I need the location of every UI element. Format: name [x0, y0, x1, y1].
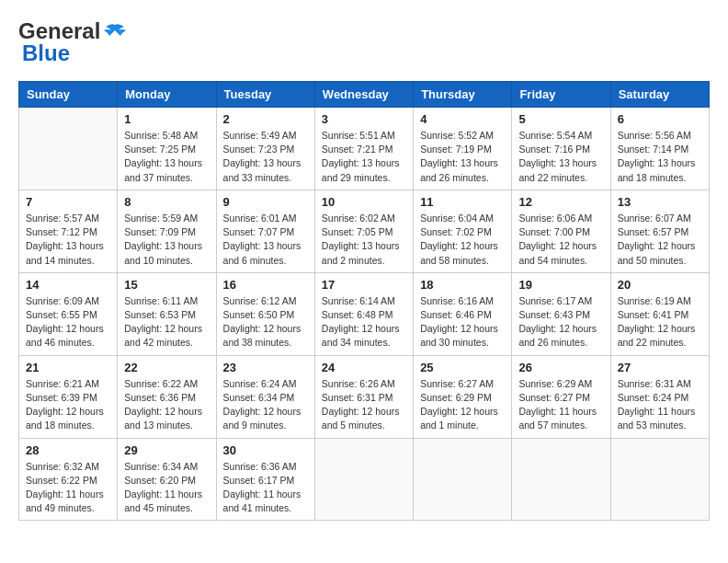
- calendar-day-cell: 17Sunrise: 6:14 AM Sunset: 6:48 PM Dayli…: [314, 272, 413, 355]
- calendar-day-cell: [512, 438, 610, 521]
- calendar-day-cell: 26Sunrise: 6:29 AM Sunset: 6:27 PM Dayli…: [512, 355, 610, 438]
- day-number: 27: [618, 361, 702, 374]
- day-info: Sunrise: 5:51 AM Sunset: 7:21 PM Dayligh…: [322, 129, 406, 185]
- calendar-day-cell: 15Sunrise: 6:11 AM Sunset: 6:53 PM Dayli…: [118, 272, 216, 355]
- calendar-day-cell: 13Sunrise: 6:07 AM Sunset: 6:57 PM Dayli…: [610, 190, 709, 272]
- calendar-table: SundayMondayTuesdayWednesdayThursdayFrid…: [18, 81, 710, 521]
- calendar-header-row: SundayMondayTuesdayWednesdayThursdayFrid…: [19, 82, 710, 108]
- calendar-day-cell: 10Sunrise: 6:02 AM Sunset: 7:05 PM Dayli…: [314, 190, 413, 272]
- calendar-day-cell: 16Sunrise: 6:12 AM Sunset: 6:50 PM Dayli…: [216, 272, 314, 355]
- weekday-header-thursday: Thursday: [414, 82, 512, 108]
- day-number: 30: [223, 443, 308, 457]
- day-info: Sunrise: 6:11 AM Sunset: 6:53 PM Dayligh…: [124, 294, 209, 350]
- day-info: Sunrise: 6:17 AM Sunset: 6:43 PM Dayligh…: [518, 294, 603, 350]
- day-number: 5: [518, 112, 603, 126]
- calendar-day-cell: 30Sunrise: 6:36 AM Sunset: 6:17 PM Dayli…: [216, 438, 314, 521]
- day-number: 9: [223, 195, 308, 209]
- day-info: Sunrise: 6:26 AM Sunset: 6:31 PM Dayligh…: [322, 377, 406, 433]
- calendar-week-5: 28Sunrise: 6:32 AM Sunset: 6:22 PM Dayli…: [19, 438, 710, 521]
- calendar-day-cell: 24Sunrise: 6:26 AM Sunset: 6:31 PM Dayli…: [314, 355, 413, 438]
- calendar-day-cell: 18Sunrise: 6:16 AM Sunset: 6:46 PM Dayli…: [414, 272, 512, 355]
- day-number: 16: [223, 278, 308, 292]
- day-info: Sunrise: 5:59 AM Sunset: 7:09 PM Dayligh…: [124, 212, 209, 268]
- day-info: Sunrise: 6:02 AM Sunset: 7:05 PM Dayligh…: [322, 212, 406, 268]
- calendar-day-cell: 23Sunrise: 6:24 AM Sunset: 6:34 PM Dayli…: [216, 355, 314, 438]
- calendar-day-cell: 8Sunrise: 5:59 AM Sunset: 7:09 PM Daylig…: [118, 190, 216, 272]
- day-number: 23: [223, 361, 308, 374]
- day-info: Sunrise: 6:22 AM Sunset: 6:36 PM Dayligh…: [124, 377, 209, 433]
- day-info: Sunrise: 6:19 AM Sunset: 6:41 PM Dayligh…: [618, 294, 702, 350]
- day-info: Sunrise: 6:04 AM Sunset: 7:02 PM Dayligh…: [420, 212, 505, 268]
- calendar-day-cell: 2Sunrise: 5:49 AM Sunset: 7:23 PM Daylig…: [216, 108, 314, 190]
- day-info: Sunrise: 5:48 AM Sunset: 7:25 PM Dayligh…: [124, 129, 209, 185]
- calendar-day-cell: 19Sunrise: 6:17 AM Sunset: 6:43 PM Dayli…: [512, 272, 610, 355]
- day-info: Sunrise: 6:24 AM Sunset: 6:34 PM Dayligh…: [223, 377, 308, 433]
- calendar-day-cell: 21Sunrise: 6:21 AM Sunset: 6:39 PM Dayli…: [19, 355, 118, 438]
- calendar-day-cell: [610, 438, 709, 521]
- calendar-week-1: 1Sunrise: 5:48 AM Sunset: 7:25 PM Daylig…: [19, 108, 710, 190]
- logo-bird-icon: [102, 23, 128, 40]
- day-info: Sunrise: 6:12 AM Sunset: 6:50 PM Dayligh…: [223, 294, 308, 350]
- day-number: 15: [124, 278, 209, 292]
- day-number: 14: [26, 278, 110, 292]
- page-header: General Blue: [18, 18, 710, 66]
- day-number: 22: [124, 361, 209, 374]
- day-number: 28: [26, 443, 110, 457]
- calendar-day-cell: 28Sunrise: 6:32 AM Sunset: 6:22 PM Dayli…: [19, 438, 118, 521]
- day-number: 11: [420, 195, 505, 209]
- day-info: Sunrise: 5:52 AM Sunset: 7:19 PM Dayligh…: [420, 129, 505, 185]
- calendar-day-cell: 22Sunrise: 6:22 AM Sunset: 6:36 PM Dayli…: [118, 355, 216, 438]
- day-info: Sunrise: 6:27 AM Sunset: 6:29 PM Dayligh…: [420, 377, 505, 433]
- weekday-header-sunday: Sunday: [19, 82, 118, 108]
- day-info: Sunrise: 6:36 AM Sunset: 6:17 PM Dayligh…: [223, 460, 308, 516]
- day-number: 17: [322, 278, 406, 292]
- calendar-day-cell: 29Sunrise: 6:34 AM Sunset: 6:20 PM Dayli…: [118, 438, 216, 521]
- calendar-day-cell: 25Sunrise: 6:27 AM Sunset: 6:29 PM Dayli…: [414, 355, 512, 438]
- weekday-header-tuesday: Tuesday: [216, 82, 314, 108]
- day-number: 3: [322, 112, 406, 126]
- calendar-day-cell: 6Sunrise: 5:56 AM Sunset: 7:14 PM Daylig…: [610, 108, 709, 190]
- day-number: 20: [618, 278, 702, 292]
- calendar-day-cell: [19, 108, 118, 190]
- day-number: 2: [223, 112, 308, 126]
- calendar-day-cell: 14Sunrise: 6:09 AM Sunset: 6:55 PM Dayli…: [19, 272, 118, 355]
- day-info: Sunrise: 6:31 AM Sunset: 6:24 PM Dayligh…: [618, 377, 702, 433]
- weekday-header-wednesday: Wednesday: [314, 82, 413, 108]
- day-number: 1: [124, 112, 209, 126]
- calendar-day-cell: 20Sunrise: 6:19 AM Sunset: 6:41 PM Dayli…: [610, 272, 709, 355]
- calendar-week-4: 21Sunrise: 6:21 AM Sunset: 6:39 PM Dayli…: [19, 355, 710, 438]
- calendar-day-cell: 3Sunrise: 5:51 AM Sunset: 7:21 PM Daylig…: [314, 108, 413, 190]
- day-info: Sunrise: 6:06 AM Sunset: 7:00 PM Dayligh…: [518, 212, 603, 268]
- day-number: 26: [518, 361, 603, 374]
- day-info: Sunrise: 5:57 AM Sunset: 7:12 PM Dayligh…: [26, 212, 110, 268]
- day-info: Sunrise: 6:07 AM Sunset: 6:57 PM Dayligh…: [618, 212, 702, 268]
- day-info: Sunrise: 6:29 AM Sunset: 6:27 PM Dayligh…: [518, 377, 603, 433]
- calendar-day-cell: 11Sunrise: 6:04 AM Sunset: 7:02 PM Dayli…: [414, 190, 512, 272]
- day-number: 25: [420, 361, 505, 374]
- day-info: Sunrise: 5:56 AM Sunset: 7:14 PM Dayligh…: [618, 129, 702, 185]
- weekday-header-friday: Friday: [512, 82, 610, 108]
- day-number: 6: [618, 112, 702, 126]
- day-info: Sunrise: 6:16 AM Sunset: 6:46 PM Dayligh…: [420, 294, 505, 350]
- day-number: 4: [420, 112, 505, 126]
- day-number: 18: [420, 278, 505, 292]
- weekday-header-saturday: Saturday: [610, 82, 709, 108]
- day-info: Sunrise: 6:21 AM Sunset: 6:39 PM Dayligh…: [26, 377, 110, 433]
- logo-blue: Blue: [22, 40, 70, 66]
- day-info: Sunrise: 6:34 AM Sunset: 6:20 PM Dayligh…: [124, 460, 209, 516]
- calendar-day-cell: 12Sunrise: 6:06 AM Sunset: 7:00 PM Dayli…: [512, 190, 610, 272]
- weekday-header-monday: Monday: [118, 82, 216, 108]
- day-number: 12: [518, 195, 603, 209]
- day-number: 8: [124, 195, 209, 209]
- day-info: Sunrise: 5:49 AM Sunset: 7:23 PM Dayligh…: [223, 129, 308, 185]
- calendar-day-cell: 1Sunrise: 5:48 AM Sunset: 7:25 PM Daylig…: [118, 108, 216, 190]
- day-number: 13: [618, 195, 702, 209]
- day-info: Sunrise: 6:32 AM Sunset: 6:22 PM Dayligh…: [26, 460, 110, 516]
- calendar-day-cell: [314, 438, 413, 521]
- calendar-day-cell: 7Sunrise: 5:57 AM Sunset: 7:12 PM Daylig…: [19, 190, 118, 272]
- day-info: Sunrise: 6:09 AM Sunset: 6:55 PM Dayligh…: [26, 294, 110, 350]
- logo: General Blue: [18, 18, 128, 66]
- day-number: 21: [26, 361, 110, 374]
- day-number: 7: [26, 195, 110, 209]
- day-info: Sunrise: 6:01 AM Sunset: 7:07 PM Dayligh…: [223, 212, 308, 268]
